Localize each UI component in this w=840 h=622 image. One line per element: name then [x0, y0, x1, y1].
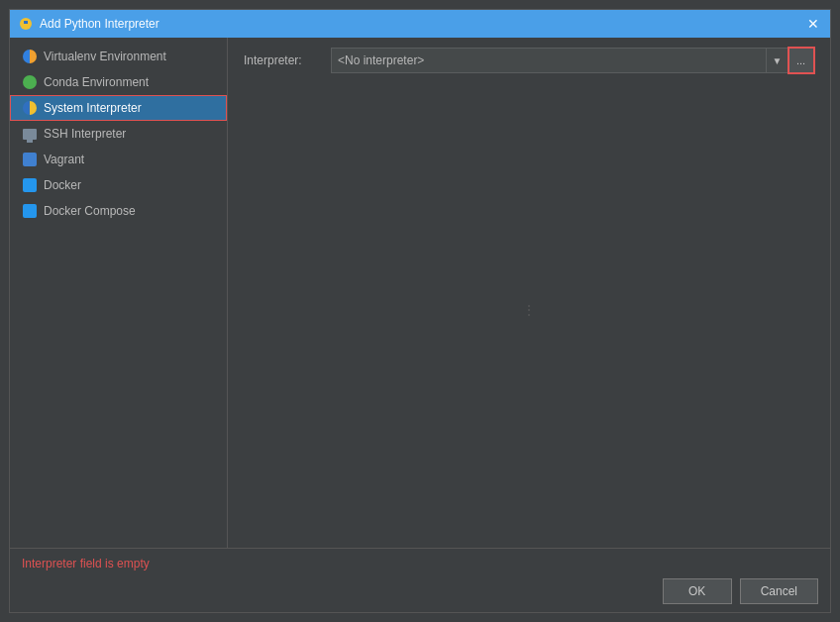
browse-button[interactable]: ... [788, 48, 814, 73]
interpreter-select-wrapper: <No interpreter> ▼ ... [331, 48, 814, 73]
vagrant-icon [22, 152, 38, 167]
sidebar-item-ssh[interactable]: SSH Interpreter [10, 121, 227, 147]
footer-buttons: OK Cancel [22, 578, 818, 604]
drag-handle: ⋮ [522, 302, 537, 318]
sidebar-item-label: Vagrant [44, 153, 84, 166]
main-panel: Interpreter: <No interpreter> ▼ ... ⋮ [228, 38, 830, 548]
sidebar: Virtualenv Environment Conda Environment… [10, 38, 228, 548]
sidebar-item-label: Docker [44, 178, 81, 192]
dropdown-arrow-button[interactable]: ▼ [767, 48, 788, 73]
sidebar-item-label: Docker Compose [44, 204, 136, 218]
sidebar-item-system[interactable]: System Interpreter [10, 95, 227, 121]
footer: Interpreter field is empty OK Cancel [10, 548, 830, 612]
ok-button[interactable]: OK [663, 578, 732, 604]
docker-icon [22, 177, 38, 193]
sidebar-item-docker[interactable]: Docker [10, 172, 227, 198]
conda-icon [22, 74, 38, 90]
sidebar-item-label: Conda Environment [44, 75, 149, 89]
sidebar-item-vagrant[interactable]: Vagrant [10, 147, 227, 172]
python-icon [18, 16, 34, 32]
system-icon [22, 100, 38, 116]
interpreter-row: Interpreter: <No interpreter> ▼ ... [244, 48, 814, 73]
dialog-body: Virtualenv Environment Conda Environment… [10, 38, 830, 548]
error-message: Interpreter field is empty [22, 557, 818, 570]
close-button[interactable]: ✕ [804, 15, 822, 33]
content-area: ⋮ [244, 81, 814, 538]
add-python-interpreter-dialog: Add Python Interpreter ✕ Virtualenv Envi… [9, 9, 831, 613]
title-bar: Add Python Interpreter ✕ [10, 10, 830, 38]
sidebar-item-label: SSH Interpreter [44, 127, 126, 141]
dialog-title: Add Python Interpreter [40, 17, 159, 31]
virtualenv-icon [22, 49, 38, 64]
interpreter-label: Interpreter: [244, 53, 323, 67]
interpreter-dropdown[interactable]: <No interpreter> [331, 48, 767, 73]
title-bar-left: Add Python Interpreter [18, 16, 159, 32]
docker-compose-icon [22, 203, 38, 219]
sidebar-item-label: Virtualenv Environment [44, 50, 166, 63]
sidebar-item-virtualenv[interactable]: Virtualenv Environment [10, 44, 227, 69]
sidebar-item-conda[interactable]: Conda Environment [10, 69, 227, 95]
ssh-icon [22, 126, 38, 142]
sidebar-item-docker-compose[interactable]: Docker Compose [10, 198, 227, 224]
sidebar-item-label: System Interpreter [44, 101, 142, 115]
cancel-button[interactable]: Cancel [740, 578, 818, 604]
